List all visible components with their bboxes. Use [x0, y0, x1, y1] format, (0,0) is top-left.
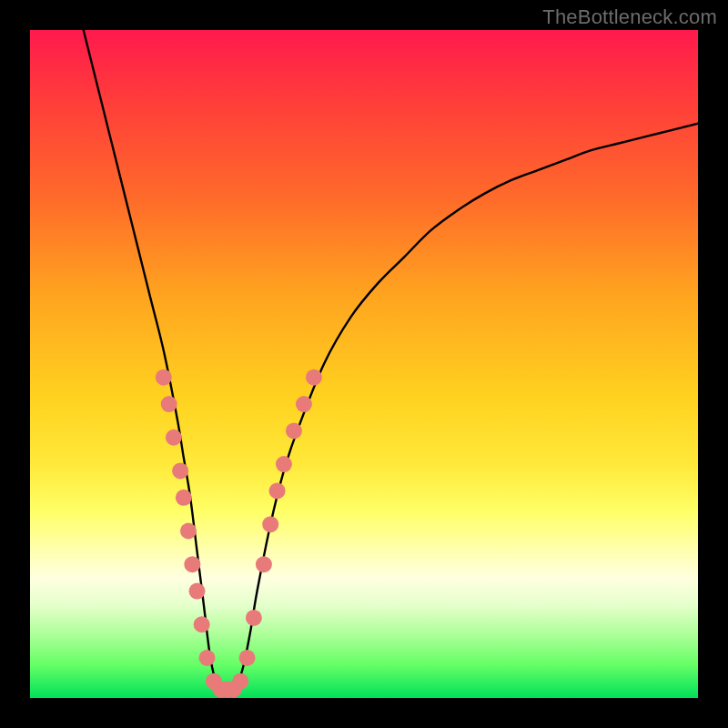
curve-marker	[156, 369, 172, 386]
curve-marker	[296, 396, 312, 412]
plot-area	[30, 30, 698, 698]
chart-svg	[30, 30, 698, 698]
curve-marker	[194, 616, 210, 632]
curve-marker	[161, 396, 177, 412]
curve-marker	[246, 610, 262, 626]
curve-marker	[276, 456, 292, 472]
curve-marker	[176, 490, 192, 506]
curve-marker	[306, 369, 322, 386]
curve-markers	[156, 369, 322, 698]
bottleneck-curve-line	[84, 30, 698, 693]
curve-marker	[199, 650, 216, 666]
chart-frame: TheBottleneck.com	[0, 0, 728, 728]
curve-marker	[189, 583, 206, 600]
curve-marker	[256, 556, 272, 572]
curve-marker	[262, 516, 278, 532]
curve-marker	[239, 650, 256, 666]
curve-marker	[269, 482, 286, 499]
curve-marker	[166, 430, 182, 446]
curve-marker	[286, 422, 302, 439]
curve-marker	[232, 673, 248, 690]
curve-marker	[184, 556, 200, 572]
watermark-text: TheBottleneck.com	[542, 5, 717, 29]
curve-marker	[180, 523, 197, 540]
curve-marker	[172, 462, 188, 479]
